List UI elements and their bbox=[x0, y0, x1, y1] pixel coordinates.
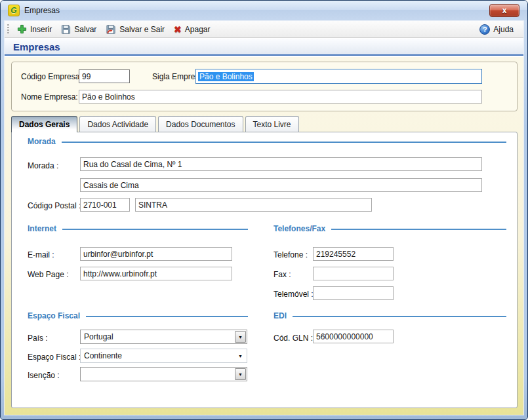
salvar-e-sair-label: Salvar e Sair bbox=[119, 25, 165, 34]
delete-x-icon: ✖ bbox=[174, 25, 182, 34]
nome-empresa-input[interactable] bbox=[79, 90, 482, 104]
salvar-label: Salvar bbox=[74, 25, 96, 34]
fax-input[interactable] bbox=[313, 267, 394, 280]
nome-empresa-label: Nome Empresa: bbox=[21, 92, 78, 102]
window-title: Empresas bbox=[24, 6, 60, 15]
chevron-down-icon[interactable]: ▼ bbox=[235, 331, 246, 343]
telefones-section-header: Telefones/Fax bbox=[274, 224, 506, 233]
localidade-input[interactable] bbox=[135, 198, 372, 212]
ajuda-button[interactable]: ? Ajuda bbox=[475, 23, 518, 36]
espaco-fiscal-select[interactable]: Continente ▼ bbox=[80, 349, 247, 363]
email-input[interactable] bbox=[80, 247, 232, 261]
espaco-fiscal-section-header: Espaço Fiscal bbox=[28, 311, 248, 320]
internet-section-title: Internet bbox=[28, 224, 56, 233]
inserir-label: Inserir bbox=[30, 25, 52, 34]
salvar-button[interactable]: Salvar bbox=[56, 23, 101, 35]
morada-section-title: Morada bbox=[28, 137, 56, 146]
telemovel-label: Telemóvel : bbox=[274, 290, 314, 299]
morada-section-line bbox=[62, 142, 506, 143]
app-window: G Empresas x Inserir S bbox=[0, 0, 528, 420]
chevron-down-icon[interactable]: ▼ bbox=[235, 368, 246, 380]
titlebar: G Empresas bbox=[1, 1, 527, 20]
fax-label: Fax : bbox=[274, 270, 291, 279]
tab-texto-livre[interactable]: Texto Livre bbox=[245, 116, 299, 132]
pais-value: Portugal bbox=[81, 332, 235, 341]
chevron-down-icon[interactable]: ▼ bbox=[235, 350, 246, 362]
telefone-label: Telefone : bbox=[274, 250, 308, 259]
espaco-fiscal-section-line bbox=[86, 316, 248, 317]
dados-gerais-page: Morada Morada : Código Postal : Internet… bbox=[11, 132, 518, 408]
internet-section-line bbox=[62, 229, 248, 230]
espaco-fiscal-value: Continente bbox=[81, 351, 235, 360]
ajuda-label: Ajuda bbox=[493, 25, 514, 34]
morada-linha1-input[interactable] bbox=[80, 157, 482, 171]
espaco-fiscal-label: Espaço Fiscal : bbox=[28, 353, 81, 362]
web-page-label: Web Page : bbox=[28, 270, 68, 279]
email-label: E-mail : bbox=[28, 250, 54, 259]
sigla-empresa-input[interactable]: Pão e Bolinhos bbox=[195, 69, 482, 84]
cod-gln-label: Cód. GLN : bbox=[274, 334, 313, 343]
salvar-e-sair-button[interactable]: Salvar e Sair bbox=[101, 23, 169, 35]
tab-dados-actividade[interactable]: Dados Actividade bbox=[79, 116, 156, 132]
plus-icon bbox=[17, 24, 27, 34]
page-title: Empresas bbox=[5, 39, 523, 56]
pais-label: País : bbox=[28, 334, 48, 343]
company-header-panel: Código Empresa: Sigla Empresa: Pão e Bol… bbox=[11, 62, 518, 111]
espaco-fiscal-section-title: Espaço Fiscal bbox=[28, 311, 80, 320]
codigo-empresa-input[interactable] bbox=[79, 69, 130, 83]
isencao-label: Isenção : bbox=[28, 371, 60, 380]
pais-select[interactable]: Portugal ▼ bbox=[80, 330, 247, 344]
client-area: Inserir Salvar bbox=[4, 20, 524, 415]
morada-label: Morada : bbox=[28, 161, 58, 170]
save-exit-icon bbox=[106, 24, 116, 34]
apagar-button[interactable]: ✖ Apagar bbox=[169, 24, 214, 35]
selected-text: Pão e Bolinhos bbox=[198, 72, 254, 81]
codigo-empresa-label: Código Empresa: bbox=[21, 72, 82, 81]
app-icon: G bbox=[8, 5, 20, 16]
internet-section-header: Internet bbox=[28, 224, 248, 233]
codigo-postal-label: Código Postal : bbox=[28, 201, 81, 210]
edi-section-line bbox=[293, 316, 506, 317]
content-area: Código Empresa: Sigla Empresa: Pão e Bol… bbox=[5, 57, 523, 415]
tab-strip: Dados Gerais Dados Actividade Dados Docu… bbox=[11, 116, 299, 132]
save-icon bbox=[61, 24, 71, 34]
web-page-input[interactable] bbox=[80, 267, 232, 280]
apagar-label: Apagar bbox=[185, 25, 211, 34]
cod-gln-input[interactable] bbox=[313, 330, 394, 343]
telefone-input[interactable] bbox=[313, 247, 394, 261]
tab-dados-gerais[interactable]: Dados Gerais bbox=[11, 116, 77, 132]
morada-linha2-input[interactable] bbox=[80, 178, 482, 192]
edi-section-title: EDI bbox=[274, 311, 287, 320]
toolbar: Inserir Salvar bbox=[5, 21, 523, 38]
telefones-section-title: Telefones/Fax bbox=[274, 224, 325, 233]
morada-section-header: Morada bbox=[28, 137, 506, 146]
tab-dados-documentos[interactable]: Dados Documentos bbox=[158, 116, 243, 132]
isencao-select[interactable]: ▼ bbox=[80, 367, 247, 381]
inserir-button[interactable]: Inserir bbox=[12, 23, 56, 35]
edi-section-header: EDI bbox=[274, 311, 506, 320]
close-button[interactable]: x bbox=[489, 4, 519, 17]
telemovel-input[interactable] bbox=[313, 286, 394, 300]
codigo-postal-input[interactable] bbox=[80, 198, 130, 212]
help-icon: ? bbox=[479, 24, 490, 35]
toolbar-grip[interactable] bbox=[7, 24, 9, 35]
telefones-section-line bbox=[331, 229, 506, 230]
